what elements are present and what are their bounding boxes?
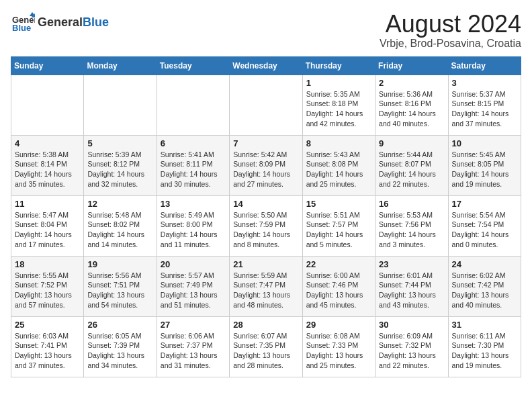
day-number: 31 xyxy=(452,320,517,330)
calendar-cell: 2Sunrise: 5:36 AM Sunset: 8:16 PM Daylig… xyxy=(375,75,448,135)
svg-text:Blue: Blue xyxy=(12,23,31,33)
day-number: 12 xyxy=(87,199,152,209)
logo-blue-text: Blue xyxy=(83,15,109,29)
day-detail: Sunrise: 6:02 AM Sunset: 7:42 PM Dayligh… xyxy=(452,271,517,310)
day-number: 28 xyxy=(233,320,298,330)
day-detail: Sunrise: 5:43 AM Sunset: 8:08 PM Dayligh… xyxy=(306,150,371,189)
day-detail: Sunrise: 5:47 AM Sunset: 8:04 PM Dayligh… xyxy=(15,210,80,250)
day-detail: Sunrise: 5:35 AM Sunset: 8:18 PM Dayligh… xyxy=(306,89,371,129)
day-detail: Sunrise: 5:48 AM Sunset: 8:02 PM Dayligh… xyxy=(87,210,152,250)
day-detail: Sunrise: 6:11 AM Sunset: 7:30 PM Dayligh… xyxy=(452,331,517,371)
weekday-header: Friday xyxy=(375,56,448,75)
calendar-cell: 16Sunrise: 5:53 AM Sunset: 7:56 PM Dayli… xyxy=(375,195,448,256)
logo-general-text: General xyxy=(38,15,83,29)
day-number: 18 xyxy=(15,259,80,269)
calendar-cell: 26Sunrise: 6:05 AM Sunset: 7:39 PM Dayli… xyxy=(84,316,157,377)
day-detail: Sunrise: 5:53 AM Sunset: 7:56 PM Dayligh… xyxy=(379,210,444,250)
day-number: 1 xyxy=(306,78,371,88)
calendar-cell: 31Sunrise: 6:11 AM Sunset: 7:30 PM Dayli… xyxy=(448,316,521,377)
calendar-cell: 7Sunrise: 5:42 AM Sunset: 8:09 PM Daylig… xyxy=(230,135,302,195)
day-number: 16 xyxy=(379,199,444,209)
day-number: 7 xyxy=(233,138,298,148)
header: General Blue GeneralBlue August 2024 Vrb… xyxy=(11,11,521,50)
calendar-cell: 25Sunrise: 6:03 AM Sunset: 7:41 PM Dayli… xyxy=(11,316,84,377)
calendar-week-row: 11Sunrise: 5:47 AM Sunset: 8:04 PM Dayli… xyxy=(11,195,521,256)
weekday-header-row: SundayMondayTuesdayWednesdayThursdayFrid… xyxy=(11,56,521,75)
day-detail: Sunrise: 6:00 AM Sunset: 7:46 PM Dayligh… xyxy=(306,271,371,310)
calendar-cell xyxy=(230,75,302,135)
calendar-week-row: 1Sunrise: 5:35 AM Sunset: 8:18 PM Daylig… xyxy=(11,75,521,135)
weekday-header: Wednesday xyxy=(230,56,302,75)
day-number: 9 xyxy=(379,138,444,148)
day-number: 24 xyxy=(452,259,517,269)
weekday-header: Monday xyxy=(84,56,157,75)
day-number: 11 xyxy=(15,199,80,209)
day-number: 27 xyxy=(161,320,226,330)
calendar-cell xyxy=(11,75,84,135)
day-detail: Sunrise: 6:03 AM Sunset: 7:41 PM Dayligh… xyxy=(15,331,80,371)
day-detail: Sunrise: 6:06 AM Sunset: 7:37 PM Dayligh… xyxy=(161,331,226,371)
day-number: 5 xyxy=(87,138,152,148)
calendar-cell: 17Sunrise: 5:54 AM Sunset: 7:54 PM Dayli… xyxy=(448,195,521,256)
calendar-cell: 3Sunrise: 5:37 AM Sunset: 8:15 PM Daylig… xyxy=(448,75,521,135)
day-detail: Sunrise: 5:36 AM Sunset: 8:16 PM Dayligh… xyxy=(379,89,444,129)
calendar-cell: 24Sunrise: 6:02 AM Sunset: 7:42 PM Dayli… xyxy=(448,256,521,316)
weekday-header: Saturday xyxy=(448,56,521,75)
weekday-header: Tuesday xyxy=(157,56,229,75)
day-number: 22 xyxy=(306,259,371,269)
day-number: 14 xyxy=(233,199,298,209)
calendar-title: August 2024 xyxy=(380,11,521,38)
day-number: 29 xyxy=(306,320,371,330)
calendar-cell: 30Sunrise: 6:09 AM Sunset: 7:32 PM Dayli… xyxy=(375,316,448,377)
day-detail: Sunrise: 5:50 AM Sunset: 7:59 PM Dayligh… xyxy=(233,210,298,250)
day-number: 4 xyxy=(15,138,80,148)
calendar-cell: 22Sunrise: 6:00 AM Sunset: 7:46 PM Dayli… xyxy=(302,256,375,316)
calendar-cell xyxy=(84,75,157,135)
day-detail: Sunrise: 5:42 AM Sunset: 8:09 PM Dayligh… xyxy=(233,150,298,189)
calendar-subtitle: Vrbje, Brod-Posavina, Croatia xyxy=(380,38,521,50)
day-number: 2 xyxy=(379,78,444,88)
day-number: 25 xyxy=(15,320,80,330)
day-number: 15 xyxy=(306,199,371,209)
day-detail: Sunrise: 5:55 AM Sunset: 7:52 PM Dayligh… xyxy=(15,271,80,310)
day-detail: Sunrise: 5:59 AM Sunset: 7:47 PM Dayligh… xyxy=(233,271,298,310)
calendar-cell: 14Sunrise: 5:50 AM Sunset: 7:59 PM Dayli… xyxy=(230,195,302,256)
weekday-header: Sunday xyxy=(11,56,84,75)
day-number: 10 xyxy=(452,138,517,148)
calendar-cell: 15Sunrise: 5:51 AM Sunset: 7:57 PM Dayli… xyxy=(302,195,375,256)
calendar-cell: 20Sunrise: 5:57 AM Sunset: 7:49 PM Dayli… xyxy=(157,256,229,316)
day-detail: Sunrise: 5:39 AM Sunset: 8:12 PM Dayligh… xyxy=(87,150,152,189)
day-number: 13 xyxy=(161,199,226,209)
logo-icon: General Blue xyxy=(11,11,35,35)
calendar-table: SundayMondayTuesdayWednesdayThursdayFrid… xyxy=(11,56,521,377)
calendar-cell: 5Sunrise: 5:39 AM Sunset: 8:12 PM Daylig… xyxy=(84,135,157,195)
calendar-cell: 27Sunrise: 6:06 AM Sunset: 7:37 PM Dayli… xyxy=(157,316,229,377)
day-detail: Sunrise: 6:07 AM Sunset: 7:35 PM Dayligh… xyxy=(233,331,298,371)
day-detail: Sunrise: 5:54 AM Sunset: 7:54 PM Dayligh… xyxy=(452,210,517,250)
calendar-cell: 9Sunrise: 5:44 AM Sunset: 8:07 PM Daylig… xyxy=(375,135,448,195)
day-detail: Sunrise: 5:57 AM Sunset: 7:49 PM Dayligh… xyxy=(161,271,226,310)
title-area: August 2024 Vrbje, Brod-Posavina, Croati… xyxy=(380,11,521,50)
calendar-cell: 12Sunrise: 5:48 AM Sunset: 8:02 PM Dayli… xyxy=(84,195,157,256)
day-number: 26 xyxy=(87,320,152,330)
day-detail: Sunrise: 5:56 AM Sunset: 7:51 PM Dayligh… xyxy=(87,271,152,310)
day-number: 17 xyxy=(452,199,517,209)
logo: General Blue GeneralBlue xyxy=(11,11,109,35)
calendar-week-row: 25Sunrise: 6:03 AM Sunset: 7:41 PM Dayli… xyxy=(11,316,521,377)
calendar-cell: 23Sunrise: 6:01 AM Sunset: 7:44 PM Dayli… xyxy=(375,256,448,316)
calendar-cell: 11Sunrise: 5:47 AM Sunset: 8:04 PM Dayli… xyxy=(11,195,84,256)
day-number: 21 xyxy=(233,259,298,269)
calendar-cell: 29Sunrise: 6:08 AM Sunset: 7:33 PM Dayli… xyxy=(302,316,375,377)
calendar-cell: 6Sunrise: 5:41 AM Sunset: 8:11 PM Daylig… xyxy=(157,135,229,195)
day-detail: Sunrise: 6:01 AM Sunset: 7:44 PM Dayligh… xyxy=(379,271,444,310)
day-number: 20 xyxy=(161,259,226,269)
day-number: 8 xyxy=(306,138,371,148)
calendar-cell: 21Sunrise: 5:59 AM Sunset: 7:47 PM Dayli… xyxy=(230,256,302,316)
day-number: 23 xyxy=(379,259,444,269)
day-detail: Sunrise: 5:44 AM Sunset: 8:07 PM Dayligh… xyxy=(379,150,444,189)
day-detail: Sunrise: 6:08 AM Sunset: 7:33 PM Dayligh… xyxy=(306,331,371,371)
calendar-week-row: 4Sunrise: 5:38 AM Sunset: 8:14 PM Daylig… xyxy=(11,135,521,195)
day-detail: Sunrise: 5:45 AM Sunset: 8:05 PM Dayligh… xyxy=(452,150,517,189)
calendar-week-row: 18Sunrise: 5:55 AM Sunset: 7:52 PM Dayli… xyxy=(11,256,521,316)
calendar-cell: 18Sunrise: 5:55 AM Sunset: 7:52 PM Dayli… xyxy=(11,256,84,316)
